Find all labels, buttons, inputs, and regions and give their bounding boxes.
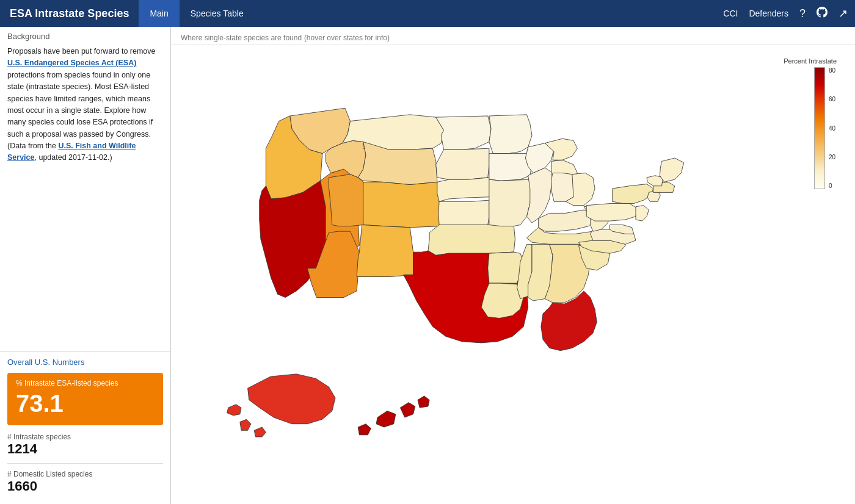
stats-section: Overall U.S. Numbers % Intrastate ESA-li…	[0, 351, 170, 504]
defenders-link[interactable]: Defenders	[749, 9, 788, 18]
background-section: Background Proposals have been put forwa…	[0, 27, 170, 351]
nav-species-table[interactable]: Species Table	[180, 0, 255, 27]
stats-title: Overall U.S. Numbers	[7, 358, 163, 367]
state-me[interactable]	[660, 158, 683, 182]
us-map	[189, 51, 812, 492]
background-text: Proposals have been put forward to remov…	[0, 43, 170, 351]
intrastate-count-value: 1214	[7, 441, 163, 457]
state-nm[interactable]	[357, 225, 413, 277]
state-ks[interactable]	[438, 200, 489, 225]
domestic-count-value: 1660	[7, 478, 163, 494]
github-icon[interactable]	[817, 7, 828, 21]
state-mo[interactable]	[489, 179, 532, 226]
map-subtitle: (hover over states for info)	[304, 34, 390, 42]
header-right: CCI Defenders ? ↗	[723, 7, 848, 21]
stat-divider	[7, 463, 163, 464]
intrastate-count-label: # Intrastate species	[7, 433, 163, 441]
legend-labels: 80 60 40 20 0	[828, 67, 837, 189]
state-ut[interactable]	[329, 175, 363, 226]
esa-link[interactable]: U.S. Endangered Species Act (ESA)	[7, 59, 136, 67]
state-ne[interactable]	[437, 178, 491, 201]
main-layout: Background Proposals have been put forwa…	[0, 27, 855, 504]
state-nj[interactable]	[636, 206, 649, 221]
cci-link[interactable]: CCI	[723, 9, 738, 18]
state-co[interactable]	[362, 182, 442, 227]
map-container: Percent Intrastate 80 60 40 20 0	[171, 45, 855, 498]
legend-label-20: 20	[829, 154, 835, 160]
legend-label-40: 40	[829, 125, 835, 132]
sidebar: Background Proposals have been put forwa…	[0, 27, 171, 504]
state-ny[interactable]	[613, 184, 653, 204]
nav-main[interactable]: Main	[139, 0, 179, 27]
state-in[interactable]	[551, 173, 575, 202]
intrastate-pct-label: % Intrastate ESA-listed species	[16, 379, 155, 387]
domestic-count-row: # Domestic Listed species 1660	[7, 470, 163, 494]
state-pa[interactable]	[586, 203, 637, 221]
legend-label-60: 60	[829, 96, 835, 103]
legend-label-80: 80	[829, 67, 835, 74]
state-ok[interactable]	[428, 225, 515, 256]
header: ESA Intrastate Species Main Species Tabl…	[0, 0, 855, 27]
domestic-count-label: # Domestic Listed species	[7, 470, 163, 478]
legend-bar-container: 80 60 40 20 0	[814, 67, 837, 189]
help-icon[interactable]: ?	[799, 7, 806, 20]
state-sd[interactable]	[436, 148, 489, 179]
state-hi[interactable]	[358, 396, 429, 435]
legend-color-bar	[814, 67, 825, 189]
intrastate-pct-value: 73.1	[16, 390, 155, 417]
state-ak[interactable]	[227, 374, 335, 437]
background-title: Background	[0, 27, 170, 43]
app-title: ESA Intrastate Species	[7, 7, 139, 20]
share-icon[interactable]: ↗	[839, 7, 848, 20]
intrastate-pct-card: % Intrastate ESA-listed species 73.1	[7, 373, 163, 425]
intrastate-count-row: # Intrastate species 1214	[7, 433, 163, 457]
map-title: Where single-state species are found (ho…	[171, 27, 855, 45]
map-area: Where single-state species are found (ho…	[171, 27, 855, 504]
legend-label-0: 0	[829, 182, 835, 189]
fws-link[interactable]: U.S. Fish and Wildlife Service	[7, 142, 136, 162]
state-mn[interactable]	[489, 115, 532, 154]
state-nd[interactable]	[436, 116, 491, 149]
